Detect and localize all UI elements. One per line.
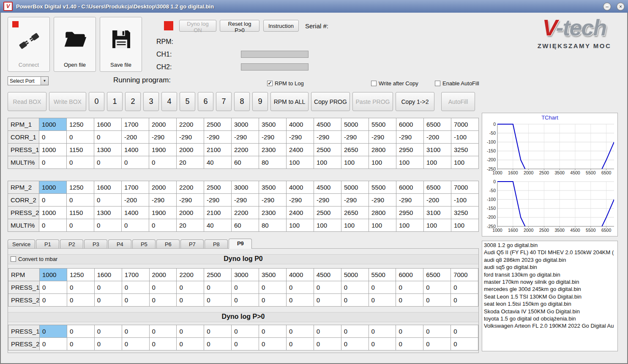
cell[interactable]: 0 <box>286 338 314 350</box>
cell[interactable]: -290 <box>259 194 287 206</box>
cell[interactable]: 1600 <box>94 181 122 194</box>
cell[interactable]: 0 <box>314 294 341 307</box>
cell[interactable]: 0 <box>369 338 396 350</box>
cell[interactable]: 0 <box>314 281 341 294</box>
cell[interactable]: -290 <box>287 194 314 206</box>
write-box-button[interactable]: Write BOX <box>49 92 86 111</box>
cell[interactable]: 0 <box>177 325 204 338</box>
cell[interactable]: 2800 <box>369 206 396 219</box>
cell[interactable]: 1250 <box>67 269 94 281</box>
cell[interactable]: 5500 <box>369 181 396 194</box>
file-list-item[interactable]: audi sq5 go digital.bin <box>482 263 617 271</box>
cell[interactable]: 1900 <box>149 144 177 156</box>
cell[interactable]: 0 <box>341 281 369 294</box>
cell[interactable]: 0 <box>259 325 287 338</box>
cell[interactable]: 0 <box>232 338 259 350</box>
program-button-0[interactable]: 0 <box>89 92 104 111</box>
cell[interactable]: 0 <box>232 281 259 294</box>
file-list-item[interactable]: Volkswagen Arteon FL 2.0 190KM 2022 Go D… <box>482 322 617 329</box>
cell[interactable]: 5000 <box>341 181 369 194</box>
cell[interactable]: 5000 <box>341 118 369 131</box>
cell[interactable]: 5500 <box>369 118 396 131</box>
cell[interactable]: 1000 <box>39 118 67 131</box>
cell[interactable]: 100 <box>396 156 424 169</box>
cell[interactable]: 3250 <box>451 144 479 156</box>
cell[interactable]: -290 <box>341 131 369 144</box>
tab-p1[interactable]: P1 <box>36 239 59 249</box>
cell[interactable]: 0 <box>94 156 122 169</box>
instruction-button[interactable]: Instruction <box>263 20 299 32</box>
cell[interactable]: -290 <box>287 131 314 144</box>
file-list-item[interactable]: ford transit 130km go digital.bin <box>482 271 617 278</box>
cell[interactable]: 0 <box>423 325 451 338</box>
program-button-8[interactable]: 8 <box>234 92 250 111</box>
cell[interactable]: 1000 <box>40 269 67 281</box>
cell[interactable]: 0 <box>67 219 94 232</box>
open-file-button[interactable]: Open file <box>54 17 96 72</box>
select-port-dropdown[interactable]: Select Port ▼ <box>8 76 49 85</box>
cell[interactable]: -290 <box>232 131 259 144</box>
cell[interactable]: 1150 <box>67 144 94 156</box>
program-button-7[interactable]: 7 <box>216 92 232 111</box>
cell[interactable]: 2100 <box>204 144 232 156</box>
program-button-3[interactable]: 3 <box>143 92 159 111</box>
cell[interactable]: -290 <box>396 131 424 144</box>
cell[interactable]: 0 <box>204 281 232 294</box>
cell[interactable]: 3500 <box>259 118 287 131</box>
tab-p5[interactable]: P5 <box>132 239 156 249</box>
cell[interactable]: -290 <box>314 194 341 206</box>
file-list-item[interactable]: mercedes gle 300d 245km go digital.bin <box>482 285 617 293</box>
cell[interactable]: 2100 <box>204 206 232 219</box>
cell[interactable]: 2200 <box>232 206 259 219</box>
cell[interactable]: 0 <box>67 156 94 169</box>
cell[interactable]: -290 <box>204 131 232 144</box>
cell[interactable]: 0 <box>94 131 122 144</box>
cell[interactable]: 2500 <box>204 269 232 281</box>
cell[interactable]: 2200 <box>232 144 259 156</box>
cell[interactable]: 80 <box>259 156 287 169</box>
cell[interactable]: 0 <box>149 156 177 169</box>
cell[interactable]: 4500 <box>314 118 341 131</box>
cell[interactable]: 0 <box>40 281 67 294</box>
cell[interactable]: 0 <box>149 325 177 338</box>
cell[interactable]: -290 <box>396 194 424 206</box>
cell[interactable]: 0 <box>341 325 369 338</box>
cell[interactable]: 0 <box>40 325 67 338</box>
cell[interactable]: 3100 <box>424 206 451 219</box>
cell[interactable]: 0 <box>423 281 451 294</box>
cell[interactable]: 0 <box>314 325 341 338</box>
file-list-item[interactable]: seat leon 1.5tsi 150km go digital.bin <box>482 300 617 307</box>
cell[interactable]: 3000 <box>232 269 259 281</box>
cell[interactable]: 0 <box>314 338 341 350</box>
cell[interactable]: 4000 <box>286 269 314 281</box>
cell[interactable]: 0 <box>369 325 396 338</box>
cell[interactable]: 0 <box>423 294 451 307</box>
cell[interactable]: 0 <box>204 338 232 350</box>
cell[interactable]: 0 <box>122 338 149 350</box>
rpm-to-log-checkbox[interactable]: RPM to Log <box>267 80 304 87</box>
cell[interactable]: 100 <box>369 156 396 169</box>
cell[interactable]: 0 <box>122 281 149 294</box>
cell[interactable]: 5500 <box>369 269 396 281</box>
cell[interactable]: 7000 <box>451 269 478 281</box>
file-list-item[interactable]: toyota 1.5 go digital od obciążenia.bin <box>482 315 617 322</box>
cell[interactable]: 100 <box>369 219 396 232</box>
read-box-button[interactable]: Read BOX <box>8 92 46 111</box>
cell[interactable]: 0 <box>204 294 232 307</box>
cell[interactable]: -200 <box>424 131 451 144</box>
cell[interactable]: 0 <box>94 325 122 338</box>
cell[interactable]: 2950 <box>396 144 424 156</box>
cell[interactable]: 1300 <box>94 206 122 219</box>
cell[interactable]: 2200 <box>177 181 204 194</box>
cell[interactable]: 100 <box>424 156 451 169</box>
cell[interactable]: 1400 <box>122 206 149 219</box>
cell[interactable]: 0 <box>286 294 314 307</box>
autofill-button[interactable]: AutoFill <box>441 92 475 111</box>
cell[interactable]: 0 <box>122 325 149 338</box>
cell[interactable]: 0 <box>94 338 122 350</box>
cell[interactable]: -290 <box>149 131 177 144</box>
cell[interactable]: 0 <box>122 156 149 169</box>
cell[interactable]: 1600 <box>94 269 122 281</box>
cell[interactable]: 1250 <box>67 181 94 194</box>
cell[interactable]: 4000 <box>287 118 314 131</box>
